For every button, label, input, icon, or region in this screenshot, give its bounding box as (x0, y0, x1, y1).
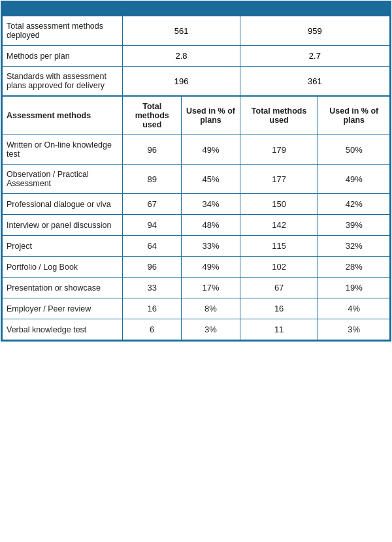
row-oct-total: 16 (240, 298, 318, 319)
table-row: Employer / Peer review 16 8% 16 4% (3, 298, 390, 319)
table-row: Professional dialogue or viva 67 34% 150… (3, 194, 390, 215)
row-label: Verbal knowledge test (3, 319, 123, 340)
table-row: Project 64 33% 115 32% (3, 236, 390, 257)
summary-oct: 959 (240, 16, 389, 46)
table-row: Observation / Practical Assessment 89 45… (3, 165, 390, 194)
summary-row: Total assessment methods deployed 561 95… (3, 16, 390, 46)
main-table-wrapper: Total assessment methods deployed 561 95… (1, 1, 391, 342)
summary-nov: 196 (123, 67, 240, 97)
row-nov-pct: 49% (182, 135, 240, 165)
row-label: Interview or panel discussion (3, 215, 123, 236)
row-nov-total: 64 (123, 236, 182, 257)
header-nov (123, 3, 240, 16)
row-oct-total: 150 (240, 194, 318, 215)
row-oct-total: 11 (240, 319, 318, 340)
row-oct-total: 179 (240, 135, 318, 165)
table-header-row (3, 3, 390, 16)
row-oct-pct: 3% (318, 319, 390, 340)
table-row: Portfolio / Log Book 96 49% 102 28% (3, 257, 390, 278)
subheader-row: Assessment methods Total methods used Us… (3, 96, 390, 135)
row-oct-pct: 32% (318, 236, 390, 257)
row-nov-pct: 48% (182, 215, 240, 236)
row-nov-pct: 8% (182, 298, 240, 319)
summary-nov: 2.8 (123, 46, 240, 67)
table-row: Verbal knowledge test 6 3% 11 3% (3, 319, 390, 340)
summary-label: Total assessment methods deployed (3, 16, 123, 46)
row-oct-total: 177 (240, 165, 318, 194)
table-row: Written or On-line knowledge test 96 49%… (3, 135, 390, 165)
row-nov-total: 96 (123, 257, 182, 278)
row-nov-total: 96 (123, 135, 182, 165)
row-oct-pct: 28% (318, 257, 390, 278)
row-oct-pct: 39% (318, 215, 390, 236)
row-nov-total: 67 (123, 194, 182, 215)
row-nov-total: 16 (123, 298, 182, 319)
summary-nov: 561 (123, 16, 240, 46)
row-oct-total: 115 (240, 236, 318, 257)
row-oct-pct: 19% (318, 278, 390, 298)
row-label: Employer / Peer review (3, 298, 123, 319)
row-label: Written or On-line knowledge test (3, 135, 123, 165)
subheader-nov-total: Total methods used (123, 96, 182, 135)
summary-oct: 361 (240, 67, 389, 97)
row-label: Portfolio / Log Book (3, 257, 123, 278)
row-nov-pct: 34% (182, 194, 240, 215)
summary-row: Methods per plan 2.8 2.7 (3, 46, 390, 67)
row-oct-total: 102 (240, 257, 318, 278)
row-oct-pct: 42% (318, 194, 390, 215)
row-nov-total: 6 (123, 319, 182, 340)
row-nov-pct: 17% (182, 278, 240, 298)
row-nov-pct: 33% (182, 236, 240, 257)
subheader-method: Assessment methods (3, 96, 123, 135)
subheader-nov-pct: Used in % of plans (182, 96, 240, 135)
summary-oct: 2.7 (240, 46, 389, 67)
row-nov-pct: 3% (182, 319, 240, 340)
row-oct-pct: 50% (318, 135, 390, 165)
row-nov-pct: 49% (182, 257, 240, 278)
row-oct-pct: 49% (318, 165, 390, 194)
row-label: Observation / Practical Assessment (3, 165, 123, 194)
table-row: Interview or panel discussion 94 48% 142… (3, 215, 390, 236)
summary-label: Methods per plan (3, 46, 123, 67)
row-nov-total: 89 (123, 165, 182, 194)
table-row: Presentation or showcase 33 17% 67 19% (3, 278, 390, 298)
header-method (3, 3, 123, 16)
header-oct (240, 3, 389, 16)
row-nov-total: 94 (123, 215, 182, 236)
row-label: Presentation or showcase (3, 278, 123, 298)
summary-row: Standards with assessment plans approved… (3, 67, 390, 97)
summary-label: Standards with assessment plans approved… (3, 67, 123, 97)
row-nov-total: 33 (123, 278, 182, 298)
row-label: Project (3, 236, 123, 257)
row-label: Professional dialogue or viva (3, 194, 123, 215)
row-oct-total: 142 (240, 215, 318, 236)
subheader-oct-total: Total methods used (240, 96, 318, 135)
row-oct-pct: 4% (318, 298, 390, 319)
row-oct-total: 67 (240, 278, 318, 298)
row-nov-pct: 45% (182, 165, 240, 194)
subheader-oct-pct: Used in % of plans (318, 96, 390, 135)
